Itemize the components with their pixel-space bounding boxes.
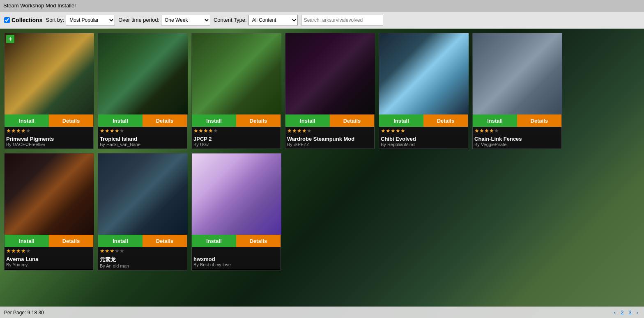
stars-row-wardrobe-steampunk: ★★★★★ [285, 127, 374, 135]
install-button-chain-link-fences[interactable]: Install [473, 114, 517, 127]
content-select[interactable]: All Content Mods Maps Scenarios [248, 15, 298, 25]
mod-thumbnail-hwxmod [192, 153, 281, 235]
mod-thumbnail-wardrobe-steampunk [285, 33, 375, 114]
mod-info-yuansu-long: 元素龙 By An old man [98, 255, 187, 270]
mod-name-yuansu-long: 元素龙 [100, 256, 185, 263]
mod-name-tropical-island: Tropical Island [100, 136, 185, 142]
mod-name-chain-link-fences: Chain-Link Fences [474, 136, 560, 142]
details-button-averna-luna[interactable]: Details [49, 235, 93, 247]
install-button-averna-luna[interactable]: Install [5, 235, 49, 247]
stars-row-primeval-pigments: ★★★★★ [5, 127, 93, 135]
sort-select[interactable]: Most Popular Newest Most Subscribed Last… [66, 15, 115, 25]
details-button-primeval-pigments[interactable]: Details [49, 114, 93, 127]
mod-thumbnail-jpcp2 [192, 33, 281, 114]
mod-author-hwxmod: By Best of my love [193, 262, 279, 267]
mod-info-wardrobe-steampunk: Wardrobe Steampunk Mod By iSPEZZ [285, 135, 374, 149]
install-button-primeval-pigments[interactable]: Install [5, 114, 49, 127]
mod-thumbnail-primeval-pigments: + [5, 33, 94, 114]
mod-author-primeval-pigments: By ΩACEΩFreeflier [6, 142, 92, 147]
per-page-label: Per Page: 9 18 30 [4, 310, 44, 316]
install-button-chibi-evolved[interactable]: Install [379, 114, 423, 127]
page-link-2[interactable]: 2 [619, 309, 625, 316]
mod-buttons-wardrobe-steampunk: Install Details [285, 114, 374, 127]
mod-author-tropical-island: By Hacki_van_Bane [100, 142, 185, 147]
mod-buttons-chain-link-fences: Install Details [473, 114, 561, 127]
stars-row-tropical-island: ★★★★★ [98, 127, 187, 135]
sort-group: Sort by: Most Popular Newest Most Subscr… [46, 15, 115, 25]
page-next-icon[interactable]: › [635, 309, 640, 316]
mod-name-primeval-pigments: Primeval Pigments [6, 136, 92, 142]
details-button-jpcp2[interactable]: Details [236, 114, 281, 127]
mod-name-hwxmod: hwxmod [193, 256, 279, 262]
install-button-hwxmod[interactable]: Install [192, 235, 236, 247]
details-button-chibi-evolved[interactable]: Details [423, 114, 468, 127]
period-label: Over time period: [118, 17, 159, 23]
mod-grid-container: + Install Details ★★★★★ Primeval Pigment… [0, 29, 644, 318]
search-input[interactable] [301, 15, 383, 25]
period-group: Over time period: One Week One Month Thr… [118, 15, 210, 25]
collections-label[interactable]: Collections [12, 17, 42, 23]
mod-name-averna-luna: Averna Luna [6, 256, 92, 262]
details-button-hwxmod[interactable]: Details [236, 235, 281, 247]
mod-name-chibi-evolved: Chibi Evolved [381, 136, 466, 142]
mod-author-chain-link-fences: By VeggiePirate [474, 142, 560, 147]
mod-card-jpcp2: Install Details ★★★★★ JPCP 2 By UGZ [191, 33, 281, 149]
install-button-yuansu-long[interactable]: Install [98, 235, 143, 247]
mod-info-hwxmod: hwxmod By Best of my love [192, 255, 281, 269]
mod-buttons-tropical-island: Install Details [98, 114, 187, 127]
collections-group: Collections [4, 17, 42, 23]
mod-info-chibi-evolved: Chibi Evolved By ReptilianMind [379, 135, 468, 149]
page-prev-icon[interactable]: ‹ [612, 309, 617, 316]
mod-card-averna-luna: Install Details ★★★★★ Averna Luna By Yum… [4, 153, 94, 270]
mod-card-tropical-island: Install Details ★★★★★ Tropical Island By… [98, 33, 187, 149]
mod-author-chibi-evolved: By ReptilianMind [381, 142, 466, 147]
content-label: Content Type: [214, 17, 247, 23]
mod-buttons-yuansu-long: Install Details [98, 235, 187, 247]
stars-row-chain-link-fences: ★★★★★ [473, 127, 561, 135]
mod-card-yuansu-long: Install Details ★★★★★ 元素龙 By An old man [98, 153, 187, 270]
mod-buttons-hwxmod: Install Details [192, 235, 281, 247]
mod-info-tropical-island: Tropical Island By Hacki_van_Bane [98, 135, 187, 149]
mod-info-primeval-pigments: Primeval Pigments By ΩACEΩFreeflier [5, 135, 93, 149]
mod-info-jpcp2: JPCP 2 By UGZ [192, 135, 281, 149]
mod-card-chibi-evolved: Install Details ★★★★★ Chibi Evolved By R… [379, 33, 468, 149]
stars-row-yuansu-long: ★★★★★ [98, 247, 187, 255]
collections-checkbox[interactable] [4, 17, 10, 23]
sort-label: Sort by: [46, 17, 64, 23]
mod-buttons-chibi-evolved: Install Details [379, 114, 468, 127]
titlebar: Steam Workshop Mod Installer [0, 0, 644, 11]
app-title: Steam Workshop Mod Installer [3, 2, 76, 9]
install-button-wardrobe-steampunk[interactable]: Install [285, 114, 330, 127]
details-button-yuansu-long[interactable]: Details [143, 235, 187, 247]
mod-author-jpcp2: By UGZ [193, 142, 279, 147]
mod-info-averna-luna: Averna Luna By Yummy [5, 255, 93, 269]
stars-row-averna-luna: ★★★★★ [5, 247, 93, 255]
stars-row-hwxmod [192, 247, 281, 255]
mod-card-hwxmod: Install Details hwxmod By Best of my lov… [191, 153, 281, 270]
mod-card-wardrobe-steampunk: Install Details ★★★★★ Wardrobe Steampunk… [285, 33, 375, 149]
install-button-tropical-island[interactable]: Install [98, 114, 143, 127]
mod-card-primeval-pigments: + Install Details ★★★★★ Primeval Pigment… [4, 33, 94, 149]
stars-row-chibi-evolved: ★★★★★ [379, 127, 468, 135]
pagination-bar: Per Page: 9 18 30 ‹ 2 3 › [0, 307, 644, 318]
page-link-3[interactable]: 3 [627, 309, 633, 316]
install-button-jpcp2[interactable]: Install [192, 114, 236, 127]
mod-grid: + Install Details ★★★★★ Primeval Pigment… [4, 33, 640, 270]
mod-author-yuansu-long: By An old man [100, 263, 185, 268]
details-button-wardrobe-steampunk[interactable]: Details [330, 114, 374, 127]
mod-thumbnail-tropical-island [98, 33, 188, 114]
mod-thumbnail-yuansu-long [98, 153, 188, 235]
mod-card-chain-link-fences: Install Details ★★★★★ Chain-Link Fences … [472, 33, 562, 149]
content-group: Content Type: All Content Mods Maps Scen… [214, 15, 298, 25]
mod-buttons-jpcp2: Install Details [192, 114, 281, 127]
details-button-tropical-island[interactable]: Details [143, 114, 187, 127]
mod-thumbnail-chain-link-fences [473, 33, 562, 114]
mod-thumbnail-chibi-evolved [379, 33, 469, 114]
mod-name-wardrobe-steampunk: Wardrobe Steampunk Mod [287, 136, 373, 142]
stars-row-jpcp2: ★★★★★ [192, 127, 281, 135]
period-select[interactable]: One Week One Month Three Months All Time [161, 15, 210, 25]
mod-thumbnail-averna-luna [5, 153, 94, 235]
mod-info-chain-link-fences: Chain-Link Fences By VeggiePirate [473, 135, 561, 149]
page-links: ‹ 2 3 › [612, 309, 640, 316]
details-button-chain-link-fences[interactable]: Details [517, 114, 561, 127]
